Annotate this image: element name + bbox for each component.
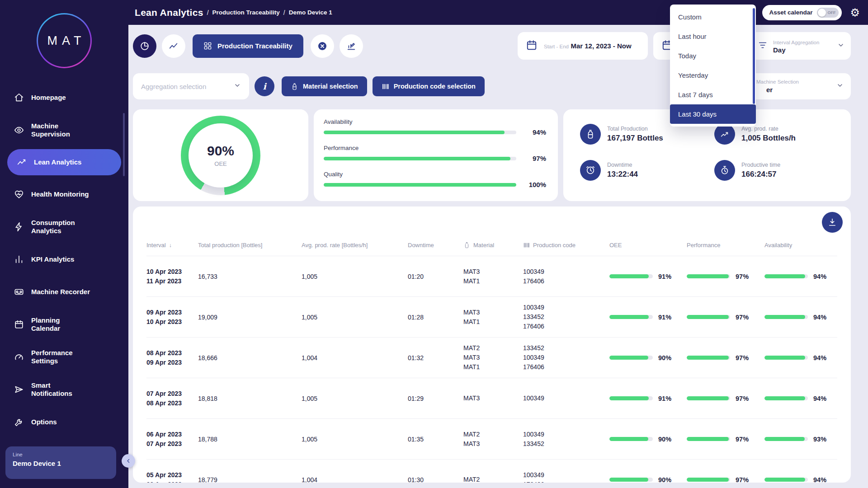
time-range-option-selected[interactable]: Last 30 days — [670, 104, 756, 124]
sidebar-item-machine-supervision[interactable]: Machine Supervision — [0, 114, 128, 146]
toggle-state-label: OFF — [827, 10, 835, 15]
sidebar-item-smart-notifications[interactable]: Smart Notifications — [0, 373, 128, 406]
interval-cell: 06 Apr 2023 07 Apr 2023 — [146, 430, 198, 448]
progress-bar — [764, 396, 808, 400]
bar-chart-icon — [14, 254, 24, 265]
time-range-option[interactable]: Yesterday — [670, 66, 756, 85]
asset-calendar-pill: Asset calendar OFF — [762, 5, 842, 20]
sidebar-item-planning-calendar[interactable]: Planning Calendar — [0, 308, 128, 341]
interval-aggregation-label: Interval Aggregation — [773, 40, 819, 45]
app-root: MAT Homepage Machine Supervision Lean An… — [0, 0, 868, 488]
progress-bar — [764, 274, 808, 278]
column-header-total-production: Total production [Bottles] — [198, 242, 302, 249]
eye-icon — [14, 125, 24, 136]
send-icon — [14, 384, 24, 395]
downtime-clock-icon — [580, 160, 601, 181]
avg-rate-cell: 1,004 — [302, 354, 408, 361]
oee-cell: 91% — [609, 273, 687, 280]
sidebar-item-consumption-analytics[interactable]: Consumption Analytics — [0, 211, 128, 243]
sidebar-item-health-monitoring[interactable]: Health Monitoring — [0, 178, 128, 211]
oee-label: OEE — [214, 160, 226, 167]
stat-total-production: Total Production167,197 Bottles — [580, 124, 714, 145]
progress-bar — [687, 396, 730, 400]
production-code-cell: 100349 133452 — [523, 430, 609, 449]
total-production-cell: 18,779 — [198, 476, 302, 483]
interval-cell: 09 Apr 2023 10 Apr 2023 — [146, 308, 198, 326]
kpi-bar-performance: Performance 97% — [324, 145, 546, 162]
gear-icon[interactable]: ⚙ — [850, 7, 860, 18]
column-header-downtime: Downtime — [408, 242, 463, 249]
time-range-option[interactable]: Custom — [670, 7, 756, 27]
progress-bar — [687, 315, 730, 319]
time-range-option[interactable]: Last hour — [670, 27, 756, 46]
progress-bar — [687, 478, 730, 482]
oee-cell: 90% — [609, 354, 687, 361]
trend-view-button[interactable] — [162, 34, 185, 58]
production-code-cell: 133452 100349 176406 — [523, 343, 609, 372]
heart-icon — [14, 189, 24, 200]
downtime-cell: 01:32 — [408, 354, 463, 361]
time-range-dropdown: Custom Last hour Today Yesterday Last 7 … — [670, 5, 756, 127]
progress-bar — [609, 356, 653, 360]
table-row: 10 Apr 2023 11 Apr 202316,7331,00501:20M… — [146, 256, 837, 297]
dropdown-scrollbar[interactable] — [753, 8, 755, 104]
chevron-left-icon — [126, 458, 131, 464]
column-header-oee: OEE — [609, 242, 687, 249]
device-name: Demo Device 1 — [13, 460, 109, 467]
performance-cell: 97% — [687, 436, 764, 443]
progress-bar — [324, 183, 516, 187]
column-header-interval[interactable]: Interval↓ — [146, 242, 198, 249]
info-button[interactable]: i — [255, 76, 274, 96]
downtime-cell: 01:28 — [408, 314, 463, 321]
interval-aggregation-value: Day — [773, 46, 786, 54]
asset-calendar-label: Asset calendar — [769, 9, 812, 16]
material-cell: MAT2 MAT3 — [463, 430, 523, 449]
download-icon — [828, 218, 837, 227]
material-selection-button[interactable]: Material selection — [282, 76, 367, 96]
barcode-icon — [523, 242, 530, 249]
logo-circle: MAT — [37, 13, 92, 68]
time-range-option[interactable]: Last 7 days — [670, 85, 756, 104]
oee-gauge-card: 90% OEE — [133, 109, 308, 201]
download-button[interactable] — [822, 212, 843, 233]
total-production-cell: 18,788 — [198, 436, 302, 443]
material-cell: MAT3 — [463, 394, 523, 403]
stat-avg-prod-rate: Avg. prod. rate1,005 Bottles/h — [714, 124, 851, 145]
material-bottle-icon — [291, 83, 298, 90]
date-range-picker[interactable]: Start - End Mar 12, 2023 - Now — [518, 32, 648, 60]
recorder-icon — [14, 286, 24, 297]
sidebar-scrollbar[interactable] — [123, 113, 125, 176]
edit-chart-button[interactable] — [340, 34, 363, 58]
chevron-down-icon — [837, 42, 844, 51]
sidebar-item-performance-settings[interactable]: Performance Settings — [0, 341, 128, 373]
page-title: Lean Analytics — [135, 7, 203, 18]
sidebar-item-options[interactable]: Options — [0, 406, 128, 438]
progress-bar — [609, 274, 653, 278]
grid-icon — [203, 42, 212, 50]
production-code-cell: 100349 176406 — [523, 267, 609, 286]
content: Production Traceability Start - End Mar … — [128, 25, 868, 488]
aggregation-select[interactable]: Aggregation selection — [133, 73, 249, 99]
sidebar-item-homepage[interactable]: Homepage — [0, 81, 128, 114]
toggle-knob — [818, 9, 826, 17]
interval-aggregation-select[interactable]: Interval Aggregation Day — [750, 32, 851, 60]
table-body: 10 Apr 2023 11 Apr 202316,7331,00501:20M… — [146, 256, 837, 483]
clear-filters-button[interactable] — [311, 34, 334, 58]
oee-cell: 91% — [609, 395, 687, 402]
pie-chart-view-button[interactable] — [133, 34, 156, 58]
time-range-option[interactable]: Today — [670, 46, 756, 66]
sidebar-item-lean-analytics[interactable]: Lean Analytics — [7, 149, 121, 175]
asset-calendar-toggle[interactable]: OFF — [817, 8, 839, 18]
interval-cell: 10 Apr 2023 11 Apr 2023 — [146, 267, 198, 286]
production-traceability-button[interactable]: Production Traceability — [193, 34, 303, 58]
sidebar-collapse-button[interactable] — [122, 454, 135, 468]
production-code-selection-button[interactable]: Production code selection — [373, 76, 485, 96]
sidebar-item-machine-recorder[interactable]: Machine Recorder — [0, 276, 128, 308]
interval-cell: 07 Apr 2023 08 Apr 2023 — [146, 389, 198, 408]
breadcrumb-item[interactable]: Production Traceability — [212, 9, 280, 16]
material-cell: MAT2 MAT3 MAT1 — [463, 343, 523, 372]
column-header-material: Material — [463, 242, 523, 249]
breadcrumb-item[interactable]: Demo Device 1 — [289, 9, 332, 16]
sidebar-item-kpi-analytics[interactable]: KPI Analytics — [0, 243, 128, 276]
logo: MAT — [0, 0, 128, 81]
